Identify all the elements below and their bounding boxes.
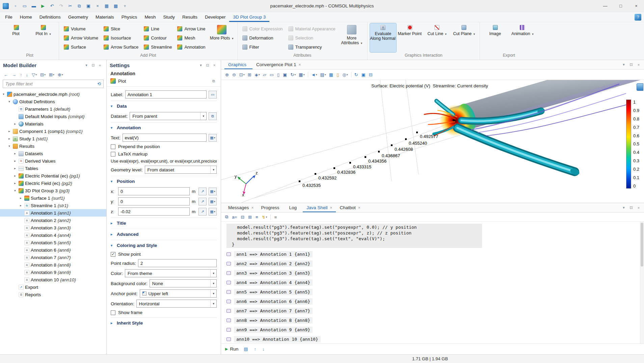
new-file-icon[interactable]: ▫	[11, 1, 20, 11]
collapse-output-icon[interactable]: ⊟	[239, 214, 246, 220]
tree-item[interactable]: ▸ Datasets	[0, 150, 106, 157]
close-panel-icon[interactable]: ×	[211, 62, 218, 68]
orientation-select[interactable]: Horizontal ▾	[136, 300, 217, 308]
geometry-level-select[interactable]: From dataset ▾	[145, 166, 217, 174]
compute-icon[interactable]: ▶	[38, 1, 47, 11]
section-inherit-style[interactable]: Inherit Style	[111, 317, 217, 327]
settings-options-icon[interactable]: ▾	[197, 62, 204, 68]
plot-in-new-window-icon[interactable]: ⧉	[210, 78, 217, 84]
tree-filter-input[interactable]	[3, 81, 95, 86]
update-plot-icon[interactable]: ↻	[353, 72, 360, 78]
add-arrow-surface-button[interactable]: Arrow Surface	[101, 43, 141, 52]
filter-attribute-button[interactable]: Filter	[240, 43, 285, 52]
undo-icon[interactable]: ↶	[48, 1, 56, 11]
rename-button[interactable]: ▭	[209, 91, 217, 99]
position-input[interactable]	[118, 207, 190, 216]
move-down-icon[interactable]: ↓	[25, 72, 30, 78]
zoom-box-icon[interactable]: ⊡▾	[238, 72, 246, 78]
menu-physics[interactable]: Physics	[118, 12, 141, 22]
tab-convergence-plot-1[interactable]: Convergence Plot 1 ×	[252, 60, 305, 69]
plot-in-button[interactable]: Plot In ▾	[30, 23, 56, 52]
view-zx-icon[interactable]: ▯	[276, 72, 281, 78]
section-coloring-and-style[interactable]: Coloring and Style	[111, 240, 217, 249]
prepend-position-checkbox[interactable]	[111, 144, 115, 149]
label-input[interactable]	[125, 90, 207, 99]
close-tab-icon[interactable]: ×	[330, 205, 332, 210]
minimize-button[interactable]: —	[597, 0, 613, 12]
scrollbar-thumb[interactable]	[641, 223, 643, 267]
more-plots-button[interactable]: More Plots ▾	[209, 23, 235, 52]
tab-chatbot[interactable]: Chatbot ×	[336, 203, 364, 212]
panel-options-icon[interactable]: ▾	[83, 62, 90, 68]
plot-button[interactable]: Plot	[118, 79, 126, 84]
tree-item[interactable]: ▸ Electric Potential (ec) {pg1}	[0, 172, 106, 179]
help-button[interactable]: ?	[635, 14, 641, 21]
tree-item[interactable]: Annotation 5 {ann5}	[0, 239, 106, 246]
range-button[interactable]: ↗	[198, 188, 207, 195]
menu-developer[interactable]: Developer	[201, 12, 230, 22]
transparency-button[interactable]: Transparency	[286, 43, 338, 52]
tree-item[interactable]: Annotation 4 {ann4}	[0, 231, 106, 239]
panel-options-icon[interactable]: ▾	[620, 61, 627, 68]
paste-icon[interactable]: ▣	[84, 1, 93, 11]
menu-study[interactable]: Study	[159, 12, 179, 22]
tab-log[interactable]: Log	[286, 203, 303, 212]
tree-expander-icon[interactable]: ▾	[7, 100, 11, 103]
graphics-canvas[interactable]: Surface: Electric potential (V) Streamli…	[221, 80, 644, 203]
tree-item[interactable]: ▾ Global Definitions	[0, 98, 106, 105]
show-filter-icon[interactable]: ▽▾	[30, 72, 38, 78]
rotate-view-icon[interactable]: ↻▾	[289, 72, 297, 78]
close-panel-icon[interactable]: ×	[635, 61, 642, 68]
panel-options-icon[interactable]: ▾	[620, 204, 627, 211]
dataset-actions-button[interactable]: ⧉	[209, 112, 217, 120]
menu-mesh[interactable]: Mesh	[141, 12, 159, 22]
menu-definitions[interactable]: Definitions	[36, 12, 64, 22]
view-yz-icon[interactable]: ▭	[268, 72, 275, 78]
close-tab-icon[interactable]: ×	[358, 205, 360, 210]
section-annotation[interactable]: Annotation	[111, 122, 217, 132]
mesh-all-icon[interactable]: ▩	[111, 1, 120, 11]
add-line-button[interactable]: Line	[141, 24, 174, 33]
tab-graphics[interactable]: Graphics	[224, 60, 252, 69]
back-icon[interactable]: ←	[2, 72, 10, 78]
tree-item[interactable]: Export	[0, 283, 106, 291]
position-input[interactable]	[118, 197, 190, 205]
tree-item[interactable]: ▸ Streamline 1 {str1}	[0, 202, 106, 209]
tree-item[interactable]: Annotation 3 {ann3}	[0, 224, 106, 231]
tree-item-annotation-1[interactable]: Annotation 1 {ann1}	[0, 209, 106, 217]
evaluate-along-normal-button[interactable]: Evaluate Along Normal	[370, 23, 396, 52]
group-nodes-icon[interactable]: ⊕▾	[56, 72, 64, 78]
tree-item[interactable]: ▾ Results	[0, 142, 106, 150]
animation-button[interactable]: Animation ▾	[509, 23, 536, 52]
position-input[interactable]	[118, 187, 190, 195]
color-table-icon[interactable]: ▤▾	[319, 72, 327, 78]
tab-progress[interactable]: Progress	[258, 203, 286, 212]
tree-expander-icon[interactable]: ▸	[19, 204, 23, 207]
tree-item[interactable]: ▸ Component 1 (comp1) {comp1}	[0, 128, 106, 135]
add-arrow-volume-button[interactable]: Arrow Volume	[61, 33, 101, 43]
tree-item[interactable]: Annotation 6 {ann6}	[0, 246, 106, 254]
tree-item[interactable]: Parameters 1 {default}	[0, 105, 106, 113]
toolbar-icon[interactable]	[351, 72, 351, 77]
menu-home[interactable]: Home	[16, 12, 36, 22]
grid-icon[interactable]: ▦	[328, 72, 335, 78]
app-logo[interactable]	[3, 3, 9, 9]
show-frame-checkbox[interactable]	[111, 310, 115, 315]
add-streamline-button[interactable]: Streamline	[141, 43, 174, 52]
copy-icon[interactable]: ⧉	[75, 1, 84, 11]
maximize-panel-icon[interactable]: ⊡	[628, 204, 635, 211]
close-tab-icon[interactable]: ×	[251, 205, 254, 210]
delete-icon[interactable]: ×	[93, 1, 102, 11]
tree-expander-icon[interactable]: ▸	[13, 174, 17, 177]
view-orientation-icon[interactable]: ◈▾	[253, 72, 261, 78]
tree-expander-icon[interactable]: ▸	[7, 130, 11, 133]
section-position[interactable]: Position	[111, 176, 217, 185]
open-in-editor-icon[interactable]: ▤	[242, 346, 249, 352]
expression-menu-button[interactable]: ▦▾	[209, 134, 217, 142]
tree-item[interactable]: Annotation 10 {ann10}	[0, 276, 106, 283]
float-panel-icon[interactable]: ⊡	[204, 62, 211, 68]
expression-menu-button[interactable]: ▦▾	[209, 208, 217, 216]
add-annotation-button[interactable]: Annotation	[175, 43, 208, 52]
tree-expander-icon[interactable]: ▸	[7, 137, 11, 140]
anchor-point-select[interactable]: Upper left ▾	[140, 289, 217, 298]
